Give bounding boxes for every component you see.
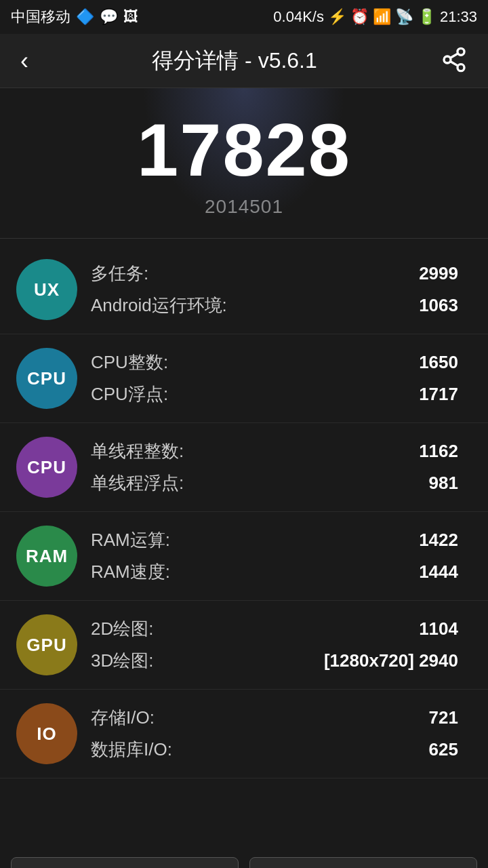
score-details-5: 存储I/O:721数据库I/O:625 <box>77 702 472 766</box>
status-bar: 中国移动 🔷 💬 🖼 0.04K/s ⚡ ⏰ 📶 📡 🔋 21:33 <box>0 0 488 34</box>
score-item-3-0: RAM运算:1422 <box>91 524 458 556</box>
score-label-4-1: 3D绘图: <box>91 649 153 673</box>
sub-id: 2014501 <box>0 196 488 218</box>
main-score: 17828 <box>0 108 488 191</box>
section-divider <box>0 238 488 239</box>
wifi-icon: 📶 <box>373 8 391 26</box>
score-rows: UX多任务:2999Android运行环境:1063CPUCPU整数:1650C… <box>0 245 488 778</box>
share-button[interactable] <box>441 46 468 76</box>
page-title: 得分详情 - v5.6.1 <box>152 46 317 76</box>
score-value-3-0: 1422 <box>377 530 458 551</box>
score-value-1-0: 1650 <box>377 352 458 373</box>
score-row-2: CPU单线程整数:1162单线程浮点:981 <box>0 423 488 512</box>
svg-point-0 <box>458 48 464 55</box>
score-row-3: RAMRAM运算:1422RAM速度:1444 <box>0 512 488 601</box>
retest-button[interactable]: 重新测试 <box>11 857 239 868</box>
score-item-5-0: 存储I/O:721 <box>91 702 458 734</box>
score-label-3-0: RAM运算: <box>91 528 170 552</box>
time-text: 21:33 <box>440 8 477 26</box>
score-value-2-0: 1162 <box>377 441 458 462</box>
score-label-4-0: 2D绘图: <box>91 617 153 641</box>
score-value-5-1: 625 <box>377 739 458 760</box>
score-details-4: 2D绘图:11043D绘图:[868x488] 2940 <box>77 613 472 677</box>
score-label-1-1: CPU浮点: <box>91 382 168 406</box>
badge-cpu-2: CPU <box>16 437 77 498</box>
header: ‹ 得分详情 - v5.6.1 <box>0 34 488 88</box>
score-value-1-1: 1717 <box>377 384 458 405</box>
score-row-5: IO存储I/O:721数据库I/O:625 <box>0 690 488 778</box>
score-value-0-1: 1063 <box>377 295 458 316</box>
score-value-2-1: 981 <box>377 473 458 494</box>
badge-io-5: IO <box>16 703 77 764</box>
score-value-3-1: 1444 <box>377 561 458 583</box>
score-details-0: 多任务:2999Android运行环境:1063 <box>77 258 472 321</box>
score-value-4-0: 1104 <box>377 618 458 639</box>
page-wrapper: 17828 2014501 UX多任务:2999Android运行环境:1063… <box>0 88 488 868</box>
badge-ram-3: RAM <box>16 526 77 587</box>
score-item-4-0: 2D绘图:1104 <box>91 613 458 645</box>
alarm-icon: ⏰ <box>350 8 369 26</box>
score-label-2-1: 单线程浮点: <box>91 471 184 495</box>
explain-button[interactable]: 性能说明 <box>249 857 477 868</box>
score-item-0-0: 多任务:2999 <box>91 258 458 290</box>
svg-line-4 <box>450 53 458 58</box>
score-label-0-0: 多任务: <box>91 262 148 285</box>
score-item-0-1: Android运行环境:1063 <box>91 290 458 321</box>
score-section: 17828 2014501 <box>0 88 488 231</box>
bluetooth-icon: ⚡ <box>328 8 346 26</box>
score-details-1: CPU整数:1650CPU浮点:1717 <box>77 347 472 410</box>
score-item-2-0: 单线程整数:1162 <box>91 435 458 467</box>
score-row-0: UX多任务:2999Android运行环境:1063 <box>0 245 488 334</box>
score-label-1-0: CPU整数: <box>91 351 168 374</box>
score-value-4-1: [868x488] 2940 <box>324 650 458 671</box>
score-details-3: RAM运算:1422RAM速度:1444 <box>77 524 472 588</box>
back-button[interactable]: ‹ <box>20 47 28 75</box>
score-row-4: GPU2D绘图:11043D绘图:[868x488] 2940 <box>0 601 488 690</box>
gallery-icon: 🖼 <box>123 8 138 26</box>
carrier-text: 中国移动 <box>11 7 70 27</box>
score-label-0-1: Android运行环境: <box>91 294 227 317</box>
bottom-buttons: 重新测试 性能说明 <box>0 846 488 868</box>
svg-line-3 <box>450 61 458 66</box>
signal-icon: 📡 <box>395 8 413 26</box>
wechat2-icon: 💬 <box>100 8 118 26</box>
badge-cpu-1: CPU <box>16 348 77 409</box>
score-label-5-0: 存储I/O: <box>91 706 155 730</box>
badge-ux-0: UX <box>16 259 77 320</box>
battery-icon: 🔋 <box>418 8 436 26</box>
status-right: 0.04K/s ⚡ ⏰ 📶 📡 🔋 21:33 <box>273 8 477 26</box>
score-item-2-1: 单线程浮点:981 <box>91 467 458 499</box>
score-value-0-0: 2999 <box>377 263 458 284</box>
score-details-2: 单线程整数:1162单线程浮点:981 <box>77 435 472 499</box>
wechat-icon: 🔷 <box>76 8 94 26</box>
svg-point-2 <box>458 64 464 71</box>
score-label-2-0: 单线程整数: <box>91 439 184 463</box>
badge-gpu-4: GPU <box>16 614 77 675</box>
score-label-3-1: RAM速度: <box>91 560 170 584</box>
score-label-5-1: 数据库I/O: <box>91 738 172 762</box>
network-speed: 0.04K/s <box>273 8 324 26</box>
svg-point-1 <box>444 56 451 63</box>
score-row-1: CPUCPU整数:1650CPU浮点:1717 <box>0 334 488 423</box>
score-item-4-1: 3D绘图:[868x488] 2940 <box>91 645 458 677</box>
score-item-1-0: CPU整数:1650 <box>91 347 458 378</box>
score-value-5-0: 721 <box>377 707 458 728</box>
score-item-1-1: CPU浮点:1717 <box>91 378 458 410</box>
score-item-3-1: RAM速度:1444 <box>91 556 458 588</box>
score-item-5-1: 数据库I/O:625 <box>91 734 458 766</box>
status-left: 中国移动 🔷 💬 🖼 <box>11 7 138 27</box>
